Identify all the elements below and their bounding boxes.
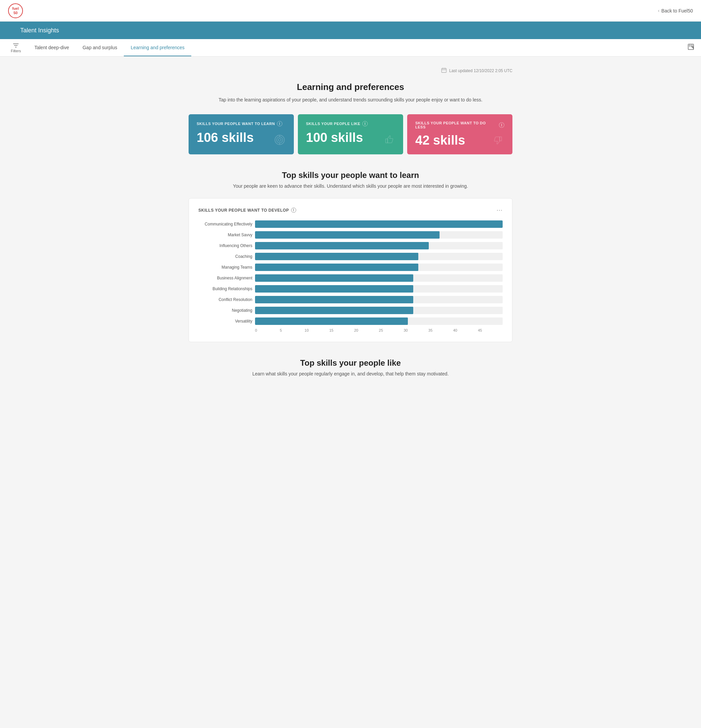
bar-track — [255, 242, 503, 249]
bar-row: Business Alignment — [198, 274, 503, 282]
bar-label: Communicating Effectively — [198, 222, 252, 227]
svg-rect-14 — [500, 137, 502, 141]
nav-tabs: Talent deep-dive Gap and surplus Learnin… — [28, 39, 688, 56]
x-tick: 35 — [429, 328, 453, 332]
svg-point-9 — [277, 137, 283, 143]
stat-cards: SKILLS YOUR PEOPLE WANT TO LEARN i 106 s… — [188, 114, 513, 155]
top-bar: fuel50 ‹ Back to Fuel50 — [0, 0, 701, 22]
bar-track — [255, 296, 503, 303]
x-tick: 40 — [453, 328, 478, 332]
fuel50-logo: fuel50 — [8, 3, 23, 18]
page-header: Talent Insights — [0, 22, 701, 39]
stat-card-label-do-less: SKILLS YOUR PEOPLE WANT TO DO LESS i — [415, 121, 504, 129]
bar-row: Influencing Others — [198, 242, 503, 249]
stat-card-do-less: SKILLS YOUR PEOPLE WANT TO DO LESS i 42 … — [407, 114, 513, 155]
bar-label: Market Savvy — [198, 233, 252, 237]
filters-button[interactable]: Filters — [7, 40, 25, 56]
x-tick: 45 — [478, 328, 503, 332]
stat-card-label-want-to-learn: SKILLS YOUR PEOPLE WANT TO LEARN i — [197, 121, 286, 126]
x-tick: 15 — [329, 328, 354, 332]
bar-row: Market Savvy — [198, 231, 503, 238]
bar-label: Versatility — [198, 319, 252, 324]
bar-track — [255, 220, 503, 228]
x-tick: 0 — [255, 328, 280, 332]
bar-track — [255, 318, 503, 325]
bar-fill — [255, 318, 408, 325]
tab-learning-and-preferences[interactable]: Learning and preferences — [124, 39, 191, 56]
bar-fill — [255, 274, 413, 282]
bar-fill — [255, 220, 503, 228]
last-updated-row: Last updated 12/10/2022 2:05 UTC — [188, 67, 513, 74]
bar-track — [255, 274, 503, 282]
bar-track — [255, 307, 503, 314]
back-to-fuel50-button[interactable]: ‹ Back to Fuel50 — [658, 8, 693, 13]
hero-title: Learning and preferences — [188, 82, 513, 92]
bar-label: Business Alignment — [198, 276, 252, 280]
filter-icon — [13, 43, 19, 48]
stat-card-value-people-like: 100 skills — [306, 130, 395, 145]
bar-fill — [255, 253, 418, 260]
bar-track — [255, 231, 503, 238]
back-label: Back to Fuel50 — [662, 8, 693, 13]
bar-fill — [255, 285, 413, 293]
bar-chart: Communicating EffectivelyMarket SavvyInf… — [198, 220, 503, 332]
stat-card-value-do-less: 42 skills — [415, 133, 504, 147]
skills-develop-chart: SKILLS YOUR PEOPLE WANT TO DEVELOP i ···… — [188, 198, 513, 342]
bar-row: Negotiating — [198, 307, 503, 314]
filters-label: Filters — [11, 49, 21, 53]
top-skills-like-title: Top skills your people like — [188, 358, 513, 368]
bar-row: Conflict Resolution — [198, 296, 503, 303]
x-tick: 25 — [379, 328, 403, 332]
info-icon-people-like: i — [362, 121, 368, 126]
bar-row: Managing Teams — [198, 264, 503, 271]
info-icon-want-to-learn: i — [277, 121, 282, 126]
bar-label: Negotiating — [198, 308, 252, 313]
top-skills-like-desc: Learn what skills your people regularly … — [188, 371, 513, 377]
chart-header: SKILLS YOUR PEOPLE WANT TO DEVELOP i ··· — [198, 207, 503, 214]
chart-label: SKILLS YOUR PEOPLE WANT TO DEVELOP i — [198, 208, 296, 213]
hero-description: Tap into the learning aspirations of you… — [188, 97, 513, 104]
bar-label: Managing Teams — [198, 265, 252, 270]
thumbs-up-icon — [383, 134, 395, 148]
stat-card-label-people-like: SKILLS YOUR PEOPLE LIKE i — [306, 121, 395, 126]
x-tick: 5 — [280, 328, 304, 332]
tab-talent-deep-dive[interactable]: Talent deep-dive — [28, 39, 76, 56]
chevron-left-icon: ‹ — [658, 9, 659, 13]
bar-row: Versatility — [198, 318, 503, 325]
bar-row: Building Relationships — [198, 285, 503, 293]
main-content: Last updated 12/10/2022 2:05 UTC Learnin… — [182, 56, 519, 390]
bar-fill — [255, 242, 429, 249]
bar-track — [255, 264, 503, 271]
tab-gap-and-surplus[interactable]: Gap and surplus — [76, 39, 124, 56]
nav-row: Filters Talent deep-dive Gap and surplus… — [0, 39, 701, 56]
top-skills-learn-desc: Your people are keen to advance their sk… — [188, 183, 513, 189]
x-tick: 10 — [305, 328, 329, 332]
target-icon — [274, 134, 286, 148]
svg-rect-13 — [385, 139, 388, 143]
bar-fill — [255, 296, 413, 303]
bar-fill — [255, 264, 418, 271]
x-axis: 051015202530354045 — [255, 328, 503, 332]
stat-card-people-like: SKILLS YOUR PEOPLE LIKE i 100 skills — [298, 114, 403, 155]
chart-more-button[interactable]: ··· — [497, 207, 503, 214]
calendar-icon — [441, 67, 447, 74]
export-icon — [688, 43, 694, 50]
bar-label: Coaching — [198, 254, 252, 259]
bar-label: Influencing Others — [198, 243, 252, 248]
chart-info-icon: i — [291, 208, 296, 213]
stat-card-value-want-to-learn: 106 skills — [197, 130, 286, 145]
bar-fill — [255, 307, 413, 314]
bar-track — [255, 253, 503, 260]
bar-fill — [255, 231, 440, 238]
stat-card-want-to-learn: SKILLS YOUR PEOPLE WANT TO LEARN i 106 s… — [188, 114, 294, 155]
bar-track — [255, 285, 503, 293]
x-tick: 30 — [403, 328, 428, 332]
export-button[interactable] — [688, 43, 694, 52]
top-skills-learn-title: Top skills your people want to learn — [188, 170, 513, 180]
info-icon-do-less: i — [499, 122, 504, 128]
x-tick: 20 — [354, 328, 379, 332]
bar-row: Communicating Effectively — [198, 220, 503, 228]
page-title: Talent Insights — [20, 27, 59, 34]
svg-rect-4 — [442, 68, 446, 72]
last-updated-text: Last updated 12/10/2022 2:05 UTC — [449, 68, 513, 73]
